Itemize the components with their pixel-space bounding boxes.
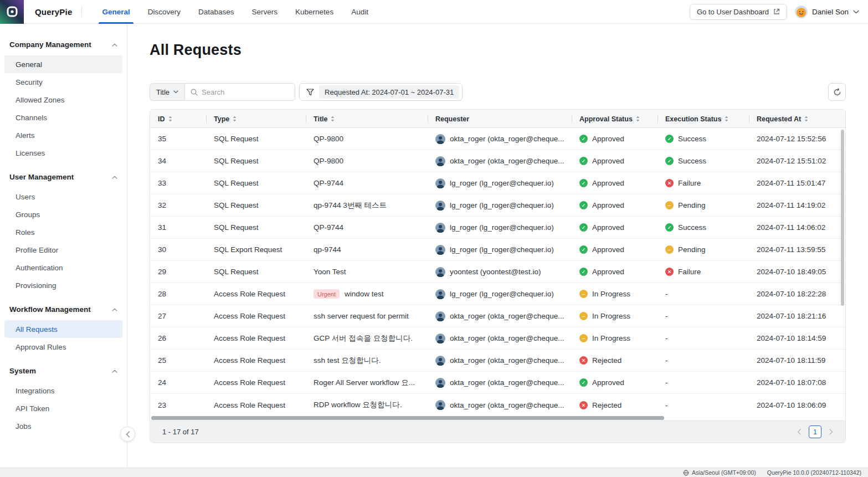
requester-name: lg_roger (lg_roger@chequer.io) [450, 201, 554, 209]
top-navbar: QueryPie GeneralDiscoveryDatabasesServer… [0, 0, 868, 24]
column-header-approval-status[interactable]: Approval Status [572, 110, 658, 128]
sidebar-item-general[interactable]: General [4, 55, 122, 73]
vertical-scrollbar[interactable] [841, 130, 844, 414]
go-to-user-dashboard-button[interactable]: Go to User Dashboard [690, 4, 787, 20]
execution-status-label: - [665, 401, 668, 409]
version-text: QueryPie 10.0.0 (20240712-110342) [767, 469, 861, 476]
sidebar-section-title-workflow-management[interactable]: Workflow Management [4, 301, 122, 320]
search-field-selector[interactable]: Title [150, 83, 184, 101]
table-row[interactable]: 32 SQL Request qp-9744 3번째 테스트 lg_roger … [150, 194, 845, 217]
cell-requester: lg_roger (lg_roger@chequer.io) [428, 289, 572, 299]
column-label: Requested At [757, 115, 801, 123]
sidebar-section-title-system[interactable]: System [4, 362, 122, 382]
sidebar-item-integrations[interactable]: Integrations [4, 382, 122, 399]
cell-id: 32 [150, 201, 206, 209]
cell-requested-at: 2024-07-12 15:51:02 [749, 157, 845, 165]
tab-general[interactable]: General [93, 0, 138, 24]
execution-status: ✓Success [665, 135, 706, 143]
sidebar-item-authentication[interactable]: Authentication [4, 259, 122, 276]
tab-servers[interactable]: Servers [243, 0, 287, 24]
tab-kubernetes[interactable]: Kubernetes [286, 0, 342, 24]
column-header-requester[interactable]: Requester [428, 110, 572, 128]
request-title: ssh test 요청합니다. [314, 356, 381, 366]
sidebar-section-title-user-management[interactable]: User Management [4, 168, 122, 188]
requester-avatar [435, 267, 445, 277]
page-number-button[interactable]: 1 [809, 425, 821, 438]
table-row[interactable]: 26 Access Role Request GCP 서버 접속을 요청합니다.… [150, 327, 845, 350]
table-row[interactable]: 35 SQL Request QP-9800 okta_roger (okta_… [150, 128, 845, 150]
cell-id: 31 [150, 223, 206, 232]
sidebar-section-title-company-management[interactable]: Company Management [4, 36, 122, 55]
sidebar-item-licenses[interactable]: Licenses [4, 144, 122, 162]
cell-id: 23 [150, 401, 206, 409]
status-check-icon: ✓ [579, 268, 588, 276]
sidebar-item-jobs[interactable]: Jobs [4, 417, 122, 435]
cell-requester: okta_roger (okta_roger@cheque... [428, 311, 572, 321]
cell-requested-at: 2024-07-11 13:59:55 [749, 245, 845, 254]
sidebar-item-alerts[interactable]: Alerts [4, 126, 122, 144]
tab-audit[interactable]: Audit [342, 0, 377, 24]
sidebar-item-groups[interactable]: Groups [4, 206, 122, 223]
cell-title: QP-9744 [306, 179, 428, 187]
table-row[interactable]: 24 Access Role Request Roger All Server … [150, 372, 845, 394]
execution-status-label: - [665, 290, 668, 298]
table-row[interactable]: 25 Access Role Request ssh test 요청합니다. o… [150, 350, 845, 372]
column-header-execution-status[interactable]: Execution Status [658, 110, 749, 128]
status-failed-icon: ✕ [665, 268, 674, 276]
table-row[interactable]: 29 SQL Request Yoon Test yoontest (yoont… [150, 261, 845, 283]
table-row[interactable]: 33 SQL Request QP-9744 lg_roger (lg_roge… [150, 172, 845, 194]
refresh-button[interactable] [828, 83, 846, 101]
requester-name: lg_roger (lg_roger@chequer.io) [450, 179, 554, 187]
sidebar-item-users[interactable]: Users [4, 188, 122, 206]
horizontal-scrollbar-thumb[interactable] [151, 416, 664, 420]
column-header-requested-at[interactable]: Requested At [749, 110, 845, 128]
sidebar-item-approval-rules[interactable]: Approval Rules [4, 338, 122, 356]
cell-title: RDP workflow 요청합니다. [306, 400, 428, 410]
sidebar-item-security[interactable]: Security [4, 73, 122, 91]
status-check-icon: ✓ [579, 201, 588, 209]
querypie-logo[interactable] [0, 0, 24, 24]
execution-status: - [665, 378, 668, 387]
status-check-icon: ✓ [579, 378, 588, 387]
status-check-icon: ✓ [579, 245, 588, 254]
requested-at-filter[interactable]: Requested At: 2024-07-01 ~ 2024-07-31 [299, 83, 463, 101]
sidebar-item-allowed-zones[interactable]: Allowed Zones [4, 91, 122, 109]
table-row[interactable]: 30 SQL Export Request qp-9744 lg_roger (… [150, 239, 845, 261]
cell-id: 29 [150, 268, 206, 276]
sidebar-item-channels[interactable]: Channels [4, 109, 122, 126]
column-header-id[interactable]: ID [150, 110, 206, 128]
sort-icon [804, 116, 808, 122]
sidebar-section-system: System IntegrationsAPI TokenJobs [4, 362, 122, 435]
table-row[interactable]: 28 Access Role Request Urgentwindow test… [150, 283, 845, 305]
table-row[interactable]: 23 Access Role Request RDP workflow 요청합니… [150, 394, 845, 416]
sidebar-collapse-button[interactable] [120, 427, 135, 442]
sidebar-item-all-requests[interactable]: All Requests [4, 320, 122, 338]
column-header-title[interactable]: Title [306, 110, 428, 128]
next-page-button[interactable] [829, 429, 833, 435]
cell-title: GCP 서버 접속을 요청합니다. [306, 334, 428, 343]
approval-status: ✓Approved [579, 245, 624, 254]
tab-discovery[interactable]: Discovery [139, 0, 189, 24]
user-menu[interactable]: Daniel Son [795, 6, 859, 18]
cell-requester: okta_roger (okta_roger@cheque... [428, 156, 572, 166]
table-row[interactable]: 34 SQL Request QP-9800 okta_roger (okta_… [150, 150, 845, 172]
search-input[interactable] [202, 88, 289, 96]
status-pending-icon: – [579, 312, 588, 320]
sidebar-item-api-token[interactable]: API Token [4, 399, 122, 417]
sidebar-item-provisioning[interactable]: Provisioning [4, 276, 122, 294]
status-failed-icon: ✕ [665, 179, 674, 187]
vertical-scrollbar-thumb[interactable] [841, 130, 844, 306]
horizontal-scrollbar[interactable] [151, 416, 844, 420]
requester-avatar [435, 134, 445, 144]
table-row[interactable]: 31 SQL Request QP-9744 lg_roger (lg_roge… [150, 217, 845, 239]
requester-avatar [435, 178, 445, 188]
status-check-icon: ✓ [665, 135, 674, 143]
column-header-type[interactable]: Type [206, 110, 306, 128]
tab-databases[interactable]: Databases [189, 0, 243, 24]
sidebar-item-roles[interactable]: Roles [4, 223, 122, 241]
requester-avatar [435, 334, 445, 343]
table-row[interactable]: 27 Access Role Request ssh server reques… [150, 305, 845, 327]
sidebar-item-profile-editor[interactable]: Profile Editor [4, 241, 122, 259]
sort-icon [233, 116, 237, 122]
previous-page-button[interactable] [797, 429, 801, 435]
